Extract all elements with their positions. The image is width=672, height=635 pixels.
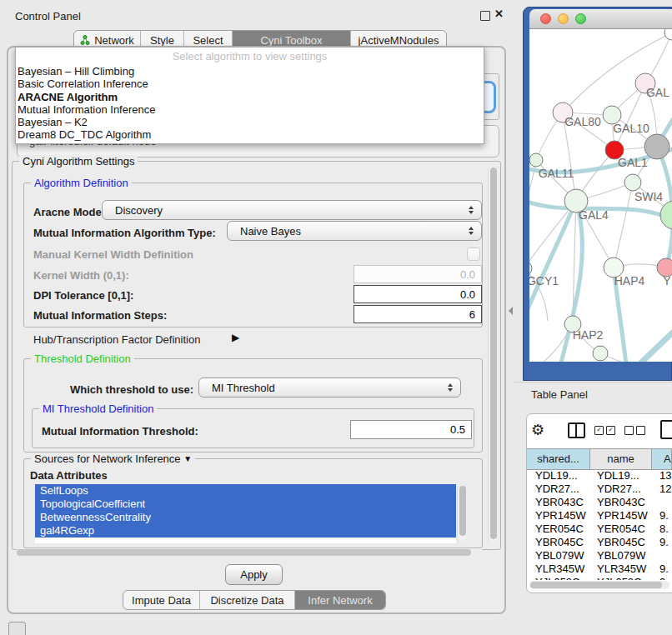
algorithm-option[interactable]: Bayesian – Hill Climbing bbox=[16, 65, 484, 78]
cyni-bottom-tabs: Impute DataDiscretize DataInfer Network bbox=[123, 590, 386, 610]
close-panel-icon[interactable]: ✕ bbox=[494, 8, 504, 20]
algorithm-definition-title: Algorithm Definition bbox=[31, 177, 132, 189]
table-hscrollbar[interactable] bbox=[529, 581, 669, 589]
table-row[interactable]: YBL079WYBL079W bbox=[527, 548, 672, 562]
table-row[interactable]: YJL052CYJL052C9. bbox=[527, 575, 672, 580]
column-header-name[interactable]: name bbox=[590, 449, 652, 469]
network-node[interactable] bbox=[593, 346, 608, 361]
table-cell: YER054C bbox=[597, 522, 645, 535]
apply-button[interactable]: Apply bbox=[225, 564, 283, 585]
dock-panel-icon[interactable] bbox=[8, 622, 26, 635]
mi-steps-field[interactable]: 6 bbox=[354, 305, 482, 323]
table-cell: YBR043C bbox=[597, 496, 645, 508]
mi-type-combo[interactable]: Naive Bayes bbox=[227, 221, 482, 241]
network-node-label: GAL10 bbox=[613, 122, 649, 135]
combo-spinner-icon bbox=[469, 227, 474, 235]
attributes-vscrollbar[interactable] bbox=[457, 485, 467, 542]
attribute-list-item[interactable]: gal4RGexp bbox=[35, 524, 456, 538]
network-node-label: GAL11 bbox=[539, 167, 574, 180]
aracne-mode-value: Discovery bbox=[103, 204, 163, 217]
table-cell: YJL052C bbox=[535, 576, 579, 580]
threshold-definition-title: Threshold Definition bbox=[31, 352, 134, 365]
table-row[interactable]: YDL19...YDL19...13 bbox=[527, 468, 672, 482]
divider-collapse-handle[interactable] bbox=[509, 307, 513, 315]
tab-label: jActiveMNodules bbox=[359, 34, 439, 47]
close-window-icon[interactable] bbox=[540, 13, 551, 24]
network-canvas[interactable]: GALGAL80GAL10GAL1GAL11SWI4GAL4GCY1HAP4YH… bbox=[529, 29, 672, 362]
network-node-label: GCY1 bbox=[529, 274, 559, 288]
table-cell: 13 bbox=[659, 469, 671, 482]
algorithm-option[interactable]: Mutual Information Inference bbox=[16, 103, 484, 116]
table-cell: YER054C bbox=[535, 522, 584, 535]
network-node[interactable] bbox=[644, 134, 669, 159]
network-node[interactable] bbox=[624, 174, 641, 191]
attribute-list-item[interactable]: BetweennessCentrality bbox=[35, 511, 456, 524]
algorithm-option[interactable]: Basic Correlation Inference bbox=[16, 78, 484, 90]
mi-type-value: Naive Bayes bbox=[228, 225, 301, 238]
dpi-tolerance-field[interactable]: 0.0 bbox=[354, 285, 482, 303]
network-window-titlebar[interactable] bbox=[529, 9, 672, 29]
algorithm-option[interactable]: Bayesian – K2 bbox=[16, 116, 484, 128]
table-row[interactable]: YBR043CYBR043C bbox=[527, 495, 672, 508]
settings-vscrollbar[interactable] bbox=[488, 166, 498, 542]
sources-collapse-icon[interactable]: ▼ bbox=[183, 454, 192, 463]
minimize-window-icon[interactable] bbox=[558, 13, 569, 24]
attribute-list-item[interactable]: SelfLoops bbox=[35, 484, 456, 498]
algorithm-option[interactable]: ARACNE Algorithm bbox=[16, 91, 484, 103]
table-cell: 9. bbox=[659, 562, 669, 575]
which-threshold-combo[interactable]: MI Threshold bbox=[198, 378, 461, 398]
table-panel-divider bbox=[514, 382, 672, 382]
combo-spinner-icon bbox=[448, 383, 453, 392]
columns-icon[interactable] bbox=[568, 422, 585, 438]
column-header-shared-name[interactable]: shared... bbox=[527, 449, 590, 469]
sources-title: Sources for Network Inference ▼ bbox=[31, 452, 195, 465]
which-threshold-value: MI Threshold bbox=[199, 382, 275, 394]
table-rows: YDL19...YDL19...13YDR27...YDR27...12YBR0… bbox=[527, 468, 672, 580]
tab-label: Cyni Toolbox bbox=[260, 34, 322, 47]
aracne-mode-label: Aracne Mode: bbox=[33, 206, 105, 218]
dpi-tolerance-label: DPI Tolerance [0,1]: bbox=[33, 289, 133, 302]
table-row[interactable]: YLR345WYLR345W9. bbox=[527, 562, 672, 575]
mi-threshold-field[interactable]: 0.5 bbox=[350, 420, 472, 439]
aracne-mode-combo[interactable]: Discovery bbox=[102, 200, 482, 220]
table-cell: YJL052C bbox=[597, 576, 641, 580]
data-attributes-list: SelfLoopsTopologicalCoefficientBetweenne… bbox=[35, 484, 456, 543]
hub-expand-icon[interactable]: ▶ bbox=[232, 332, 239, 343]
tab-infer-network[interactable]: Infer Network bbox=[295, 591, 385, 609]
table-cell: YBR045C bbox=[597, 536, 645, 548]
zoom-window-icon[interactable] bbox=[575, 13, 586, 24]
network-node[interactable] bbox=[529, 153, 543, 167]
table-row[interactable]: YBR045CYBR045C9. bbox=[527, 535, 672, 548]
table-cell: YPR145W bbox=[535, 509, 586, 522]
manual-kernel-checkbox[interactable] bbox=[467, 248, 480, 261]
algorithm-option[interactable]: Dream8 DC_TDC Algorithm bbox=[16, 128, 484, 141]
combo-spinner-icon bbox=[469, 206, 474, 214]
table-row[interactable]: YPR145WYPR145W9. bbox=[527, 508, 672, 522]
table-panel-title: Table Panel bbox=[531, 388, 588, 401]
export-table-icon[interactable] bbox=[660, 420, 672, 439]
deselect-all-checks-icon[interactable] bbox=[624, 426, 645, 435]
table-cell: 9. bbox=[659, 536, 669, 548]
data-attributes-label: Data Attributes bbox=[30, 469, 108, 482]
tab-discretize-data[interactable]: Discretize Data bbox=[200, 591, 295, 609]
tab-label: Select bbox=[193, 34, 223, 47]
attribute-list-item[interactable]: TopologicalCoefficient bbox=[35, 498, 456, 511]
control-panel-title: Control Panel bbox=[15, 10, 81, 22]
settings-hscrollbar[interactable] bbox=[15, 548, 484, 557]
kernel-width-field[interactable]: 0.0 bbox=[354, 265, 482, 283]
network-node[interactable] bbox=[664, 29, 672, 40]
tab-impute-data[interactable]: Impute Data bbox=[123, 591, 200, 609]
table-cell: YDR27... bbox=[535, 482, 579, 495]
table-cell: YBL079W bbox=[535, 549, 584, 562]
table-cell: YDR27... bbox=[597, 482, 641, 495]
table-cell: 9. bbox=[659, 509, 669, 522]
float-panel-icon[interactable] bbox=[480, 11, 490, 21]
table-cell: YBR045C bbox=[535, 536, 584, 548]
select-all-checks-icon[interactable]: ✓✓ bbox=[594, 426, 615, 435]
network-node-label: GAL1 bbox=[618, 156, 648, 169]
network-node-label: GAL bbox=[646, 86, 669, 99]
column-header-cut[interactable]: A bbox=[652, 449, 672, 469]
gear-icon[interactable]: ⚙ bbox=[531, 421, 544, 439]
table-row[interactable]: YER054CYER054C8. bbox=[527, 522, 672, 535]
table-row[interactable]: YDR27...YDR27...12 bbox=[527, 482, 672, 495]
